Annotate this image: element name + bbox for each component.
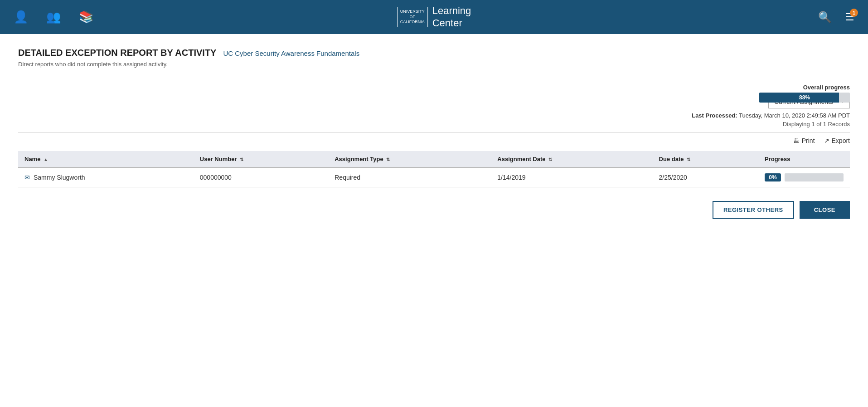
overall-progress-bar: 88% bbox=[759, 93, 850, 103]
page-title: DETAILED EXCEPTION REPORT BY ACTIVITY bbox=[18, 48, 216, 58]
app-name: Learning Center bbox=[432, 5, 471, 29]
page-description: Direct reports who did not complete this… bbox=[18, 61, 850, 68]
logo-line3: CALIFORNIA bbox=[400, 20, 425, 25]
app-name-line2: Center bbox=[432, 17, 471, 29]
sort-icon-due-date: ⇅ bbox=[687, 157, 690, 162]
app-name-line1: Learning bbox=[432, 5, 471, 17]
col-name[interactable]: Name ▲ bbox=[18, 151, 194, 167]
cell-assignment-date: 1/14/2019 bbox=[491, 167, 652, 187]
main-content: Overall progress 88% DETAILED EXCEPTION … bbox=[0, 34, 868, 232]
print-export-row: 🖶 Print ↗ Export bbox=[18, 137, 850, 144]
uc-logo: UNIVERSITY OF CALIFORNIA bbox=[397, 7, 428, 27]
overall-progress-label: Overall progress bbox=[759, 84, 850, 91]
progress-cell-container: 0% bbox=[765, 173, 844, 181]
report-table: Name ▲ User Number ⇅ Assignment Type ⇅ A… bbox=[18, 151, 850, 187]
print-label: Print bbox=[802, 137, 815, 144]
displaying-row: Displaying 1 of 1 Records bbox=[18, 121, 850, 127]
col-assignment-date[interactable]: Assignment Date ⇅ bbox=[491, 151, 652, 167]
overall-progress-text: 88% bbox=[759, 94, 850, 101]
cell-user-number: 000000000 bbox=[194, 167, 328, 187]
header-logo-area: UNIVERSITY OF CALIFORNIA Learning Center bbox=[397, 5, 471, 29]
cell-assignment-type: Required bbox=[328, 167, 491, 187]
cell-name: ✉Sammy Slugworth bbox=[18, 167, 194, 187]
col-assignment-type[interactable]: Assignment Type ⇅ bbox=[328, 151, 491, 167]
bottom-buttons: REGISTER OTHERS CLOSE bbox=[18, 201, 850, 219]
section-divider bbox=[18, 132, 850, 132]
table-header: Name ▲ User Number ⇅ Assignment Type ⇅ A… bbox=[18, 151, 850, 167]
controls-row: Current Assignments All Assignments bbox=[18, 95, 850, 108]
export-icon: ↗ bbox=[824, 137, 829, 144]
notifications-button[interactable]: ☰ 1 bbox=[845, 11, 854, 23]
progress-cell-bar bbox=[785, 173, 844, 181]
group-icon[interactable]: 👥 bbox=[46, 10, 61, 24]
search-button[interactable]: 🔍 bbox=[818, 11, 832, 24]
main-header: 👤 👥 📚 UNIVERSITY OF CALIFORNIA Learning … bbox=[0, 0, 868, 34]
table-body: ✉Sammy Slugworth000000000Required1/14/20… bbox=[18, 167, 850, 187]
books-icon[interactable]: 📚 bbox=[79, 10, 93, 24]
logo-line1: UNIVERSITY bbox=[400, 9, 425, 15]
sort-icon-name: ▲ bbox=[44, 157, 48, 162]
sort-icon-assignment-type: ⇅ bbox=[386, 157, 390, 162]
header-right-actions: 🔍 ☰ 1 bbox=[818, 11, 854, 24]
export-label: Export bbox=[832, 137, 850, 144]
user-icon[interactable]: 👤 bbox=[14, 10, 28, 24]
last-processed-label: Last Processed: bbox=[692, 112, 737, 119]
register-others-button[interactable]: REGISTER OTHERS bbox=[713, 201, 794, 219]
table-row: ✉Sammy Slugworth000000000Required1/14/20… bbox=[18, 167, 850, 187]
logo-line2: OF bbox=[400, 15, 425, 20]
last-processed-value: Tuesday, March 10, 2020 2:49:58 AM PDT bbox=[739, 112, 850, 119]
export-button[interactable]: ↗ Export bbox=[824, 137, 850, 144]
print-icon: 🖶 bbox=[793, 137, 800, 144]
close-button[interactable]: CLOSE bbox=[800, 201, 850, 219]
name-cell-content: ✉Sammy Slugworth bbox=[24, 174, 187, 181]
user-name: Sammy Slugworth bbox=[34, 174, 85, 181]
last-processed-row: Last Processed: Tuesday, March 10, 2020 … bbox=[18, 112, 850, 119]
col-user-number[interactable]: User Number ⇅ bbox=[194, 151, 328, 167]
notification-badge: 1 bbox=[850, 9, 858, 17]
page-title-row: DETAILED EXCEPTION REPORT BY ACTIVITY UC… bbox=[18, 48, 850, 58]
print-button[interactable]: 🖶 Print bbox=[793, 137, 815, 144]
col-due-date[interactable]: Due date ⇅ bbox=[653, 151, 758, 167]
progress-pill: 0% bbox=[765, 173, 781, 181]
col-progress: Progress bbox=[758, 151, 850, 167]
page-subtitle: UC Cyber Security Awareness Fundamentals bbox=[223, 49, 359, 57]
email-icon: ✉ bbox=[24, 174, 30, 181]
table-header-row: Name ▲ User Number ⇅ Assignment Type ⇅ A… bbox=[18, 151, 850, 167]
overall-progress-section: Overall progress 88% bbox=[759, 84, 850, 103]
header-left-nav: 👤 👥 📚 bbox=[14, 10, 93, 24]
cell-progress: 0% bbox=[758, 167, 850, 187]
sort-icon-user-number: ⇅ bbox=[240, 157, 243, 162]
cell-due-date: 2/25/2020 bbox=[653, 167, 758, 187]
sort-icon-assignment-date: ⇅ bbox=[548, 157, 552, 162]
